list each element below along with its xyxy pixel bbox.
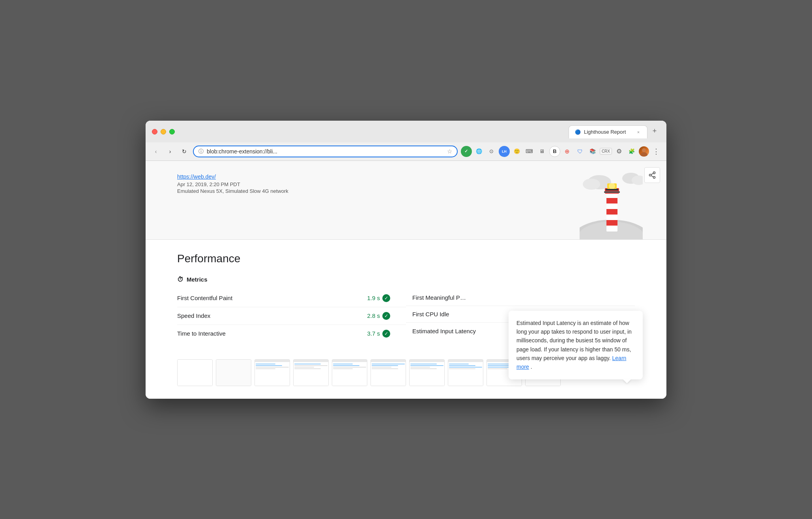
book-icon[interactable]: 📚: [587, 146, 598, 157]
report-environment: Emulated Nexus 5X, Simulated Slow 4G net…: [177, 188, 288, 194]
metric-value-tti: 3.7 s ✓: [367, 330, 390, 338]
filmstrip-thumb-7[interactable]: [409, 359, 445, 386]
svg-line-5: [651, 175, 653, 177]
svg-rect-16: [606, 220, 617, 226]
emoji-icon[interactable]: 🙂: [511, 146, 522, 157]
metric-name-fmp: First Meaningful P…: [412, 294, 466, 301]
metric-score-si: 2.8 s: [367, 312, 380, 319]
more-options-button[interactable]: ⋮: [651, 146, 662, 157]
check-icon-tti: ✓: [382, 330, 390, 338]
filmstrip-thumb-5[interactable]: [332, 359, 367, 386]
b-extension-icon[interactable]: B: [549, 146, 560, 157]
title-bar: 🔵 Lighthouse Report × +: [146, 121, 666, 142]
puzzle-icon[interactable]: 🧩: [626, 146, 637, 157]
svg-rect-20: [606, 189, 618, 190]
new-tab-button[interactable]: +: [649, 126, 660, 137]
metric-score-tti: 3.7 s: [367, 330, 380, 337]
bookmark-icon[interactable]: ☆: [447, 148, 452, 155]
tab-favicon: 🔵: [574, 129, 581, 135]
svg-point-1: [640, 152, 647, 157]
avatar[interactable]: [639, 146, 649, 157]
metric-name-eil: Estimated Input Latency: [412, 328, 476, 334]
filmstrip-thumb-1[interactable]: [177, 359, 213, 386]
filmstrip-thumb-8[interactable]: [448, 359, 483, 386]
metric-name-fcp: First Contentful Paint: [177, 295, 232, 301]
page-content: https://web.dev/ Apr 12, 2019, 2:20 PM P…: [146, 161, 666, 399]
filmstrip-thumb-3[interactable]: [254, 359, 290, 386]
tabs-row: 🔵 Lighthouse Report × +: [569, 125, 660, 138]
lighthouse-illustration: [580, 168, 643, 239]
tab-title: Lighthouse Report: [584, 129, 632, 135]
header-info: https://web.dev/ Apr 12, 2019, 2:20 PM P…: [177, 170, 288, 194]
svg-rect-21: [604, 191, 620, 193]
crx-badge[interactable]: CRX: [600, 148, 612, 155]
svg-point-19: [609, 183, 615, 189]
tab-close-button[interactable]: ×: [635, 129, 642, 135]
metrics-left-column: First Contentful Paint 1.9 s ✓ Speed Ind…: [177, 289, 406, 342]
security-icon[interactable]: ✓: [461, 146, 472, 157]
close-traffic-light[interactable]: [152, 129, 157, 134]
performance-section: Performance ⏱ Metrics First Contentful P…: [146, 240, 666, 399]
svg-rect-14: [606, 198, 617, 203]
svg-point-4: [653, 176, 655, 178]
browser-window: 🔵 Lighthouse Report × + ‹ › ↻ ⓘ blob:chr…: [146, 121, 666, 399]
address-bar[interactable]: ⓘ blob:chrome-extension://bli... ☆: [193, 146, 458, 157]
filmstrip-thumb-4[interactable]: [293, 359, 329, 386]
share-button[interactable]: [644, 167, 660, 183]
keyboard-icon[interactable]: ⌨: [524, 146, 535, 157]
svg-point-0: [642, 148, 646, 152]
refresh-button[interactable]: ↻: [179, 146, 190, 157]
metric-row-si: Speed Index 2.8 s ✓: [177, 307, 406, 325]
check-icon-fcp: ✓: [382, 294, 390, 302]
shield-icon[interactable]: 🛡: [574, 146, 586, 157]
metric-name-fci: First CPU Idle: [412, 311, 449, 317]
target-icon[interactable]: ⊕: [562, 146, 573, 157]
metrics-icon: ⏱: [177, 276, 183, 283]
address-text: blob:chrome-extension://bli...: [207, 148, 444, 155]
tooltip-bubble: Estimated Input Latency is an estimate o…: [509, 311, 643, 379]
toolbar-icons: ✓ 🌐 ⊙ LH 🙂 ⌨ 🖥 B ⊕ 🛡 📚 CRX ⚙ 🧩 ⋮: [461, 146, 662, 157]
svg-point-3: [649, 174, 651, 176]
active-tab[interactable]: 🔵 Lighthouse Report ×: [569, 125, 647, 138]
site-url[interactable]: https://web.dev/: [177, 174, 288, 180]
tooltip-punctuation: .: [531, 364, 532, 370]
back-button[interactable]: ‹: [150, 146, 161, 157]
metric-row-fmp: First Meaningful P…: [406, 289, 635, 306]
metrics-header: ⏱ Metrics: [177, 276, 635, 283]
monitor-icon[interactable]: 🖥: [537, 146, 548, 157]
metric-value-fcp: 1.9 s ✓: [367, 294, 390, 302]
minimize-traffic-light[interactable]: [161, 129, 166, 134]
metric-value-si: 2.8 s ✓: [367, 312, 390, 320]
forward-button[interactable]: ›: [165, 146, 176, 157]
settings-icon[interactable]: ⚙: [614, 146, 625, 157]
maximize-traffic-light[interactable]: [169, 129, 175, 134]
metrics-label: Metrics: [187, 276, 208, 283]
globe-icon[interactable]: 🌐: [473, 146, 485, 157]
filmstrip-thumb-2[interactable]: [216, 359, 251, 386]
svg-rect-15: [606, 209, 617, 215]
check-icon-si: ✓: [382, 312, 390, 320]
metric-name-tti: Time to Interactive: [177, 330, 226, 337]
metric-row-fcp: First Contentful Paint 1.9 s ✓: [177, 289, 406, 307]
section-title: Performance: [177, 252, 635, 265]
svg-line-6: [651, 173, 653, 174]
address-bar-row: ‹ › ↻ ⓘ blob:chrome-extension://bli... ☆…: [146, 142, 666, 161]
report-header: https://web.dev/ Apr 12, 2019, 2:20 PM P…: [146, 161, 666, 240]
svg-point-2: [653, 172, 655, 174]
address-info-icon: ⓘ: [198, 148, 204, 155]
traffic-lights-row: 🔵 Lighthouse Report × +: [152, 125, 660, 138]
filmstrip-thumb-6[interactable]: [370, 359, 406, 386]
svg-point-8: [583, 179, 600, 190]
report-date: Apr 12, 2019, 2:20 PM PDT: [177, 181, 288, 187]
lighthouse-extension-icon[interactable]: LH: [499, 146, 510, 157]
metric-name-si: Speed Index: [177, 312, 210, 319]
metric-score-fcp: 1.9 s: [367, 295, 380, 301]
metric-row-tti: Time to Interactive 3.7 s ✓: [177, 325, 406, 342]
media-icon[interactable]: ⊙: [486, 146, 497, 157]
